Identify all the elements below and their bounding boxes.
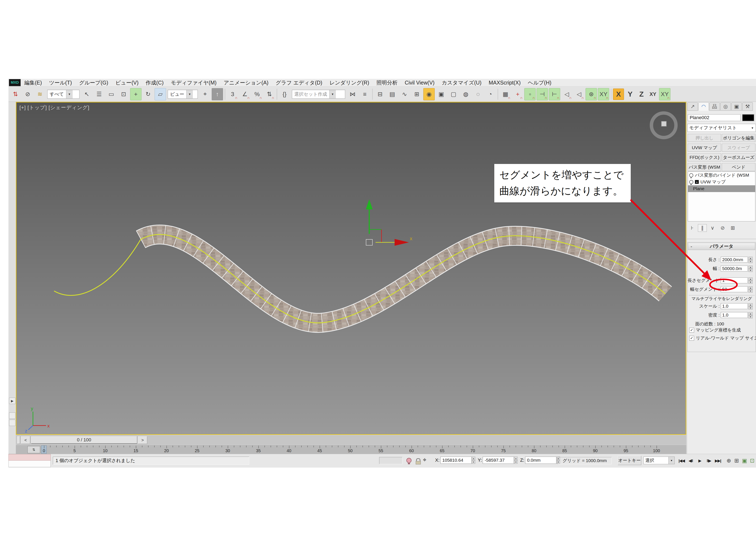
menu-item[interactable]: グループ(G): [75, 80, 112, 86]
modifier-list-dropdown[interactable]: モディファイヤリスト ▾: [687, 124, 756, 132]
axis-xy-button[interactable]: XY: [648, 89, 658, 100]
select-by-name-icon[interactable]: ☰: [93, 88, 105, 100]
go-to-start-button[interactable]: |◀◀: [677, 456, 686, 465]
modifier-stack-item[interactable]: パス変形のバインド (WSM: [688, 172, 755, 179]
parameter-field[interactable]: 1.0: [721, 303, 748, 309]
axis-x-button[interactable]: X: [613, 89, 624, 100]
zoom-all-icon[interactable]: ⊞: [733, 456, 741, 465]
menu-item[interactable]: ヘルプ(H): [524, 80, 555, 86]
percent-snap-icon[interactable]: %∩: [251, 88, 263, 100]
modify-tab[interactable]: ◠: [698, 102, 709, 111]
next-frame-button[interactable]: ‖▶: [704, 456, 713, 465]
navigation-wheel-icon[interactable]: [650, 111, 678, 139]
menu-item[interactable]: 編集(E): [21, 80, 45, 86]
menu-item[interactable]: ツール(T): [45, 80, 75, 86]
modifier-stack-item[interactable]: Plane: [688, 185, 755, 192]
viewport[interactable]: [+] [トップ] [シェーディング]: [16, 102, 686, 435]
pin-stack-icon[interactable]: ⊦: [688, 224, 697, 232]
display-tab[interactable]: ▣: [731, 102, 742, 111]
viewport-label[interactable]: [+] [トップ] [シェーディング]: [20, 104, 89, 111]
vertex-snap-icon[interactable]: ▫∩: [524, 88, 536, 100]
spinner-stepper[interactable]: ▴▾: [748, 312, 753, 318]
parameters-rollout-header[interactable]: - パラメータ: [688, 243, 755, 250]
select-and-manipulate-icon[interactable]: ↑: [212, 88, 223, 100]
unlink-selection-icon[interactable]: ⊘: [22, 88, 34, 100]
menu-item[interactable]: レンダリング(R): [326, 80, 373, 86]
menu-item[interactable]: ビュー(V): [112, 80, 142, 86]
use-pivot-point-center-icon[interactable]: ⌖: [199, 88, 211, 100]
manage-layers-icon[interactable]: ⊟: [374, 88, 386, 100]
maxscript-mini-listener[interactable]: [8, 454, 51, 468]
checkbox[interactable]: ✓: [689, 328, 694, 333]
modifier-button[interactable]: ターボスムーズ: [722, 153, 755, 161]
named-selection-set-dropdown[interactable]: 選択セット作成▾: [292, 90, 345, 99]
mini-curve-editor-icon[interactable]: ⇅: [28, 446, 40, 453]
select-and-move-icon[interactable]: +: [130, 88, 142, 100]
menu-item[interactable]: モディファイヤ(M): [167, 80, 220, 86]
xy-snap-icon[interactable]: XY∩: [598, 88, 609, 100]
menu-item[interactable]: カスタマイズ(U): [438, 80, 485, 86]
spinner-stepper[interactable]: ▴▾: [472, 457, 475, 464]
parameter-field[interactable]: 1.0: [721, 312, 748, 318]
rectangular-selection-region-icon[interactable]: ▭: [105, 88, 117, 100]
render-iterative-icon[interactable]: ◌: [472, 88, 484, 100]
left-strip-button[interactable]: [9, 420, 15, 426]
angle-snap-icon[interactable]: ∠∩: [239, 88, 250, 100]
zoom-extents-icon[interactable]: ▣: [741, 456, 748, 465]
spinner-stepper[interactable]: ▴▾: [748, 266, 753, 271]
parameter-field[interactable]: 1: [721, 277, 748, 283]
modifier-button[interactable]: ポリゴンを編集: [722, 134, 755, 142]
spinner-snap-icon[interactable]: ⇅∩: [264, 88, 275, 100]
graphite-ribbon-icon[interactable]: ▤: [386, 88, 398, 100]
render-production-icon[interactable]: ◍: [460, 88, 471, 100]
select-and-rotate-icon[interactable]: ↻: [142, 88, 154, 100]
xy-plane-lock-icon[interactable]: XY∩: [659, 88, 670, 100]
parameter-field[interactable]: 2000.0mm: [721, 257, 748, 263]
motion-tab[interactable]: ◎: [720, 102, 731, 111]
visibility-bulb-icon[interactable]: [689, 173, 693, 177]
tangent-snap-icon[interactable]: ◁∩: [573, 88, 585, 100]
menu-item[interactable]: アニメーション(A): [220, 80, 272, 86]
axis-z-button[interactable]: Z: [636, 89, 647, 100]
frozen-snap-icon[interactable]: ⊛∩: [585, 88, 597, 100]
expand-tray-button[interactable]: ▶: [9, 398, 15, 404]
menu-item[interactable]: 照明分析: [373, 80, 401, 86]
parameter-field[interactable]: 50000.0m: [721, 266, 748, 271]
left-strip-button[interactable]: [9, 413, 15, 419]
coordinate-field[interactable]: -58597.37: [483, 457, 514, 464]
mirror-icon[interactable]: ⋈: [347, 88, 358, 100]
zoom-icon[interactable]: ⊕: [725, 456, 733, 465]
app-logo[interactable]: MXD: [9, 79, 21, 86]
track-bar[interactable]: ⇅ 05101520253035404550556065707580859095…: [16, 445, 686, 454]
utilities-tab[interactable]: ⚒: [742, 102, 753, 111]
rendered-frame-window-icon[interactable]: ▢: [448, 88, 459, 100]
coordinate-field[interactable]: 105810.64: [441, 457, 472, 464]
spinner-stepper[interactable]: ▴▾: [748, 277, 753, 283]
modifier-button[interactable]: ベンド: [722, 163, 755, 171]
parameter-field[interactable]: 50: [721, 286, 748, 292]
show-end-result-icon[interactable]: ∥: [698, 224, 707, 232]
expand-icon[interactable]: +: [695, 180, 699, 184]
previous-frame-button[interactable]: ◀‖: [686, 456, 695, 465]
select-and-scale-icon[interactable]: ▱: [155, 88, 166, 100]
select-object-icon[interactable]: ↖: [81, 88, 93, 100]
mini-listener-macro-row[interactable]: [8, 454, 51, 461]
coordinate-field[interactable]: 0.0mm: [525, 457, 556, 464]
mini-listener-script-row[interactable]: [8, 461, 51, 467]
material-editor-icon[interactable]: ◉: [423, 88, 435, 100]
schematic-view-icon[interactable]: ⊞: [411, 88, 423, 100]
object-color-swatch[interactable]: [742, 114, 754, 121]
spinner-stepper[interactable]: ▴▾: [748, 286, 753, 292]
pivot-snap-icon[interactable]: +∩: [512, 88, 523, 100]
spinner-stepper[interactable]: ▴▾: [748, 257, 753, 263]
isolate-selection-icon[interactable]: [406, 458, 411, 464]
menu-item[interactable]: 作成(C): [142, 80, 167, 86]
go-to-end-button[interactable]: ▶▶|: [713, 456, 722, 465]
align-icon[interactable]: ≡: [359, 88, 371, 100]
midpoint-snap-icon[interactable]: ⊢∩: [549, 88, 560, 100]
object-name-field[interactable]: Plane002: [688, 114, 741, 121]
select-and-link-icon[interactable]: ⇅: [10, 88, 21, 100]
visibility-bulb-icon[interactable]: [689, 180, 693, 184]
render-setup-icon[interactable]: ▣: [436, 88, 447, 100]
menu-item[interactable]: Civil View(V): [401, 80, 438, 86]
